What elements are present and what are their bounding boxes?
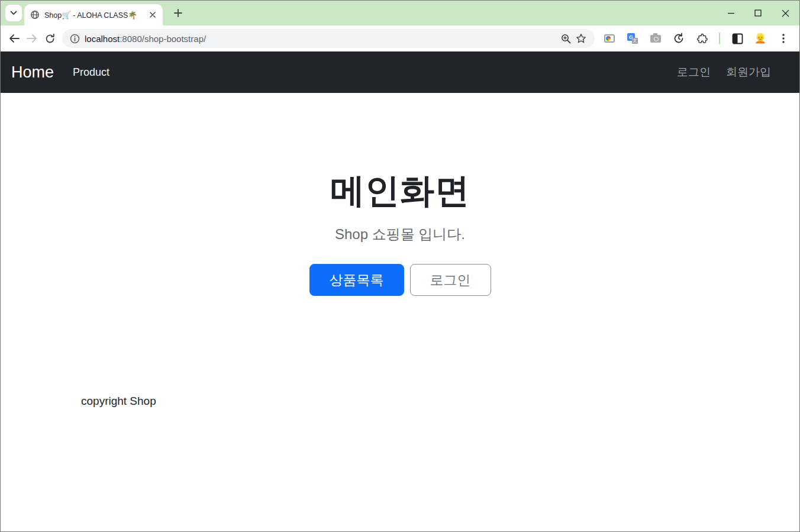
avatar-emoji-icon: 👱 <box>754 34 766 43</box>
translate-extension-icon[interactable]: G文 <box>625 31 640 46</box>
minimize-button[interactable] <box>726 8 736 18</box>
extensions-puzzle-icon[interactable] <box>694 31 709 46</box>
browser-tab[interactable]: Shop🛒 - ALOHA CLASS🌴 <box>24 4 163 25</box>
site-navbar: Home Product 로그인 회원가입 <box>1 51 799 93</box>
chevron-down-icon <box>10 11 17 15</box>
zoom-icon[interactable] <box>558 31 573 46</box>
page-title: 메인화면 <box>1 168 799 214</box>
globe-favicon-icon <box>30 10 40 20</box>
product-list-button[interactable]: 상품목록 <box>309 264 404 296</box>
photos-extension-icon[interactable] <box>602 31 617 46</box>
tab-close-icon[interactable] <box>147 9 158 20</box>
url-path: :8080/shop-bootstrap/ <box>120 34 206 44</box>
profile-avatar[interactable]: 👱 <box>753 31 768 46</box>
forward-button[interactable] <box>23 30 41 47</box>
new-tab-button[interactable] <box>170 5 186 21</box>
history-refresh-icon[interactable] <box>671 31 686 46</box>
close-window-button[interactable] <box>780 8 790 18</box>
bookmark-star-icon[interactable] <box>573 31 589 46</box>
browser-menu-icon[interactable] <box>776 31 791 46</box>
address-bar[interactable]: localhost:8080/shop-bootstrap/ <box>62 29 595 48</box>
page-subtitle: Shop 쇼핑몰 입니다. <box>1 225 799 244</box>
tab-search-button[interactable] <box>5 5 22 21</box>
navbar-brand-home[interactable]: Home <box>11 63 54 82</box>
navbar-link-product[interactable]: Product <box>73 66 109 79</box>
browser-window: Shop🛒 - ALOHA CLASS🌴 <box>0 0 800 532</box>
hero-section: 메인화면 Shop 쇼핑몰 입니다. 상품목록 로그인 <box>1 93 799 296</box>
screenshot-camera-icon[interactable] <box>648 31 663 46</box>
tab-title: Shop🛒 - ALOHA CLASS🌴 <box>44 11 147 20</box>
navbar-right-links: 로그인 회원가입 <box>677 65 789 80</box>
side-panel-icon[interactable] <box>730 31 745 46</box>
maximize-button[interactable] <box>753 8 763 18</box>
back-button[interactable] <box>5 30 23 47</box>
login-button[interactable]: 로그인 <box>410 264 491 296</box>
navbar-link-signup[interactable]: 회원가입 <box>726 65 771 80</box>
site-info-icon[interactable] <box>67 31 82 46</box>
toolbar-separator <box>719 33 720 44</box>
extension-icons: G文 👱 <box>599 31 793 46</box>
reload-button[interactable] <box>41 30 59 47</box>
browser-toolbar: localhost:8080/shop-bootstrap/ G文 <box>1 25 799 51</box>
navbar-link-login[interactable]: 로그인 <box>677 65 711 80</box>
url-text: localhost:8080/shop-bootstrap/ <box>85 34 558 44</box>
url-host: localhost <box>85 34 120 44</box>
page-content: 메인화면 Shop 쇼핑몰 입니다. 상품목록 로그인 copyright Sh… <box>1 93 799 531</box>
window-controls <box>726 8 799 18</box>
copyright-text: copyright Shop <box>81 395 156 408</box>
tab-strip: Shop🛒 - ALOHA CLASS🌴 <box>1 1 799 25</box>
hero-buttons: 상품목록 로그인 <box>1 264 799 296</box>
